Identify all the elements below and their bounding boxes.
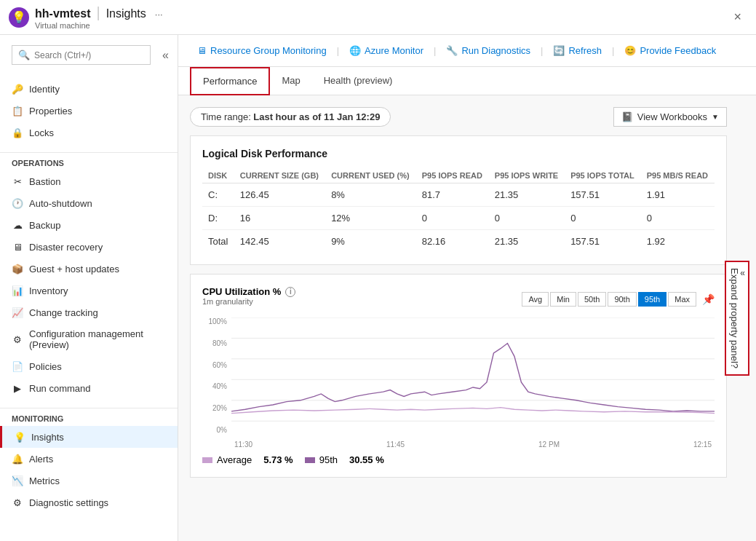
insights-icon: 💡	[14, 431, 25, 443]
95th-value-text: 30.55 %	[349, 454, 384, 465]
run-diagnostics-button[interactable]: 🔧 Run Diagnostics	[439, 41, 538, 60]
y-label-100: 100%	[208, 317, 227, 325]
disk-name: D:	[202, 207, 234, 230]
sidebar-item-label: Identity	[29, 84, 60, 95]
chart-y-axis: 100% 80% 60% 40% 20% 0%	[202, 317, 230, 434]
resource-group-monitoring-button[interactable]: 🖥 Resource Group Monitoring	[190, 41, 334, 60]
disk-used: 12%	[325, 207, 416, 230]
refresh-icon: 🔄	[553, 45, 565, 56]
legend-avg-value: 5.73 %	[263, 454, 293, 465]
sidebar-item-inventory[interactable]: 📊 Inventory	[0, 280, 178, 301]
sidebar-item-policies[interactable]: 📄 Policies	[0, 355, 178, 377]
table-row: Total 142.45 9% 82.16 21.35 157.51 1.92	[202, 230, 715, 253]
sidebar-item-diagnostic-settings[interactable]: ⚙ Diagnostic settings	[0, 491, 178, 513]
sidebar-item-guest-updates[interactable]: 📦 Guest + host updates	[0, 258, 178, 280]
chart-btn-avg[interactable]: Avg	[522, 292, 549, 307]
policies-icon: 📄	[12, 360, 23, 372]
disk-size: 142.45	[234, 230, 325, 253]
sidebar-item-metrics[interactable]: 📉 Metrics	[0, 470, 178, 491]
change-tracking-icon: 📈	[12, 307, 23, 318]
sidebar-item-alerts[interactable]: 🔔 Alerts	[0, 448, 178, 470]
title-separator: |	[96, 4, 100, 21]
y-label-20: 20%	[212, 404, 227, 412]
monitoring-section-title: Monitoring	[0, 408, 178, 426]
pin-chart-button[interactable]: 📌	[702, 293, 715, 305]
expand-property-panel-button[interactable]: « Expand property panel?	[725, 261, 749, 376]
refresh-button[interactable]: 🔄 Refresh	[546, 41, 609, 60]
search-input[interactable]	[34, 50, 144, 60]
expand-panel-chevron: «	[740, 268, 745, 278]
sidebar-item-identity[interactable]: 🔑 Identity	[0, 78, 178, 100]
col-mb-read: P95 MB/s READ	[641, 168, 715, 183]
cpu-chart-section: CPU Utilization % i 1m granularity Avg M…	[190, 274, 727, 478]
disk-iops-write: 21.35	[489, 230, 565, 253]
close-button[interactable]: ×	[728, 7, 747, 28]
chart-btn-max[interactable]: Max	[668, 292, 696, 307]
tab-health[interactable]: Health (preview)	[312, 68, 405, 95]
azure-monitor-button[interactable]: 🌐 Azure Monitor	[342, 41, 431, 60]
x-label-1130: 11:30	[234, 441, 252, 449]
disk-mb-read: 1.92	[641, 230, 715, 253]
locks-icon: 🔒	[12, 127, 23, 138]
sidebar-item-disaster-recovery[interactable]: 🖥 Disaster recovery	[0, 236, 178, 258]
tab-performance[interactable]: Performance	[190, 67, 270, 95]
view-workbooks-button[interactable]: 📓 View Workbooks ▼	[613, 107, 727, 127]
legend-95th-label: 95th	[319, 454, 338, 465]
disaster-recovery-icon: 🖥	[12, 241, 23, 253]
tab-map[interactable]: Map	[270, 68, 311, 95]
provide-feedback-button[interactable]: 😊 Provide Feedback	[617, 41, 723, 60]
collapse-sidebar-button[interactable]: «	[159, 46, 172, 65]
resource-subtitle: Virtual machine	[35, 21, 163, 30]
legend-95th-swatch	[305, 457, 315, 463]
diagnostic-settings-icon: ⚙	[12, 497, 23, 508]
sidebar-item-auto-shutdown[interactable]: 🕐 Auto-shutdown	[0, 192, 178, 214]
time-range-pill[interactable]: Time range: Last hour as of 11 Jan 12:29	[190, 107, 391, 127]
main-layout: 🔍 « 🔑 Identity 📋 Properties 🔒 Locks Oper…	[0, 35, 756, 541]
disk-iops-read: 81.7	[416, 183, 489, 207]
provide-feedback-icon: 😊	[624, 45, 636, 56]
chart-x-axis: 11:30 11:45 12 PM 12:15	[231, 441, 715, 449]
resource-name: hh-vmtest	[35, 7, 90, 20]
sidebar-monitoring-section: Monitoring 💡 Insights 🔔 Alerts 📉 Metrics…	[0, 402, 178, 516]
y-label-0: 0%	[217, 426, 227, 434]
cpu-granularity: 1m granularity	[202, 297, 295, 306]
sidebar-item-run-command[interactable]: ▶ Run command	[0, 377, 178, 399]
disk-used: 8%	[325, 183, 416, 207]
info-icon[interactable]: i	[285, 287, 295, 297]
sidebar-item-label: Locks	[29, 127, 54, 138]
legend-95th-value: 30.55 %	[349, 454, 384, 465]
sidebar-item-backup[interactable]: ☁ Backup	[0, 214, 178, 236]
sidebar-item-bastion[interactable]: ✂ Bastion	[0, 170, 178, 192]
sidebar-item-locks[interactable]: 🔒 Locks	[0, 122, 178, 143]
sidebar-item-change-tracking[interactable]: 📈 Change tracking	[0, 301, 178, 323]
nav-separator-4: |	[612, 45, 614, 56]
disk-mb-read: 1.91	[641, 183, 715, 207]
disk-iops-read: 0	[416, 207, 489, 230]
search-box[interactable]: 🔍	[12, 45, 151, 65]
sidebar-item-insights[interactable]: 💡 Insights	[0, 426, 178, 448]
chart-legend: Average 5.73 % 95th 30.55 %	[202, 454, 715, 465]
operations-section-title: Operations	[0, 152, 178, 170]
cpu-chart-container: 100% 80% 60% 40% 20% 0% 11:30 11:45 12 P…	[202, 317, 715, 449]
more-options-button[interactable]: ···	[155, 9, 163, 20]
expand-panel-container: « Expand property panel?	[730, 107, 744, 529]
chart-btn-90th[interactable]: 90th	[608, 292, 636, 307]
search-icon: 🔍	[18, 50, 30, 60]
disk-performance-table: DISK CURRENT SIZE (GB) CURRENT USED (%) …	[202, 168, 715, 253]
sidebar-item-config-management[interactable]: ⚙ Configuration management (Preview)	[0, 323, 178, 355]
properties-icon: 📋	[12, 105, 23, 117]
x-label-1145: 11:45	[386, 441, 405, 449]
inventory-icon: 📊	[12, 285, 23, 296]
title-bar: 💡 hh-vmtest | Insights ··· Virtual machi…	[0, 0, 756, 35]
cpu-chart-svg	[231, 317, 715, 434]
sidebar-top-section: 🔑 Identity 📋 Properties 🔒 Locks	[0, 75, 178, 146]
chart-btn-50th[interactable]: 50th	[578, 292, 606, 307]
disk-iops-total: 157.51	[565, 183, 641, 207]
legend-avg-swatch	[202, 457, 212, 463]
legend-average: Average	[202, 454, 252, 465]
tabs-bar: Performance Map Health (preview)	[178, 67, 756, 95]
chart-btn-95th[interactable]: 95th	[638, 292, 667, 307]
sidebar-item-properties[interactable]: 📋 Properties	[0, 100, 178, 122]
col-iops-write: P95 IOPs WRITE	[489, 168, 565, 183]
chart-btn-min[interactable]: Min	[550, 292, 576, 307]
